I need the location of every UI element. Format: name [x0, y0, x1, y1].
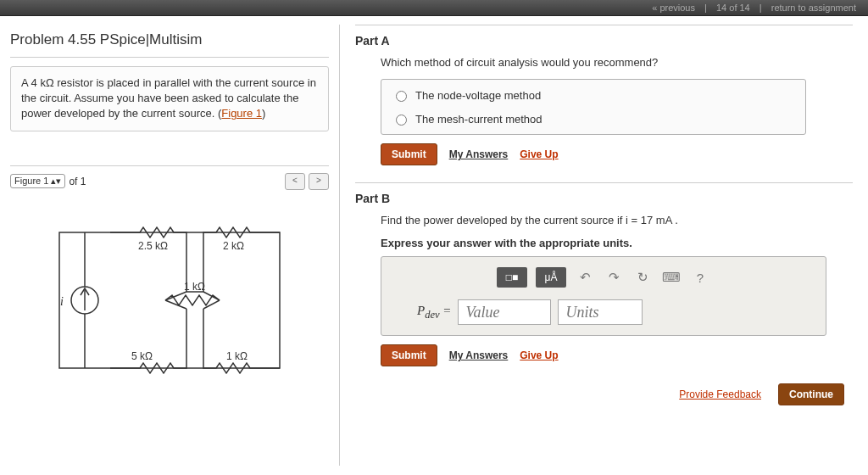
top-nav-bar: « previous | 14 of 14 | return to assign…: [0, 0, 868, 16]
svg-text:5 kΩ: 5 kΩ: [131, 350, 153, 362]
help-icon[interactable]: ?: [690, 267, 710, 288]
radio-node-voltage[interactable]: [396, 91, 407, 102]
redo-icon[interactable]: ↷: [604, 267, 624, 288]
undo-icon[interactable]: ↶: [575, 267, 595, 288]
give-up-link-a[interactable]: Give Up: [520, 148, 558, 160]
radio-mesh-current[interactable]: [396, 115, 407, 126]
part-b-question: Find the power developed by the current …: [355, 214, 853, 226]
part-a-title: Part A: [355, 34, 853, 48]
reset-icon[interactable]: ↻: [632, 267, 653, 288]
figure-next-button[interactable]: >: [309, 173, 329, 190]
problem-title: Problem 4.55 PSpice|Multisim: [10, 25, 329, 58]
svg-text:1 kΩ: 1 kΩ: [184, 281, 205, 293]
part-a-options: The node-voltage method The mesh-current…: [381, 79, 806, 135]
svg-text:2 kΩ: 2 kΩ: [223, 240, 244, 252]
svg-text:2.5 kΩ: 2.5 kΩ: [138, 240, 168, 252]
my-answers-link-a[interactable]: My Answers: [449, 148, 509, 160]
problem-statement: A 4 kΩ resistor is placed in parallel wi…: [10, 66, 329, 131]
previous-link[interactable]: « previous: [652, 3, 695, 13]
figure-link[interactable]: Figure 1: [221, 107, 262, 120]
part-b-instruction: Express your answer with the appropriate…: [381, 237, 853, 249]
option-node-voltage[interactable]: The node-voltage method: [381, 83, 805, 107]
svg-text:i: i: [60, 295, 64, 308]
answer-box: □■ μÅ ↶ ↷ ↻ ⌨ ? Pdev =: [381, 256, 826, 336]
units-tool[interactable]: μÅ: [536, 267, 566, 288]
figure-select[interactable]: Figure 1 ▴▾: [10, 174, 65, 188]
svg-line-7: [203, 292, 220, 300]
part-b-title: Part B: [355, 192, 853, 205]
part-a-question: Which method of circuit analysis would y…: [355, 56, 853, 69]
figure-prev-button[interactable]: <: [285, 173, 305, 190]
return-link[interactable]: return to assignment: [771, 3, 856, 13]
svg-text:1 kΩ: 1 kΩ: [226, 350, 248, 362]
continue-button[interactable]: Continue: [778, 383, 844, 405]
chevron-updown-icon: ▴▾: [51, 176, 61, 186]
circuit-diagram: i 2.5 kΩ 2 kΩ 1 kΩ 5 kΩ 1 kΩ: [38, 215, 301, 385]
units-input[interactable]: [558, 299, 643, 325]
variable-label: Pdev =: [417, 304, 451, 321]
option-mesh-current[interactable]: The mesh-current method: [381, 107, 805, 131]
provide-feedback-link[interactable]: Provide Feedback: [679, 388, 761, 400]
submit-button-a[interactable]: Submit: [381, 143, 437, 165]
give-up-link-b[interactable]: Give Up: [520, 349, 558, 361]
format-tool[interactable]: □■: [497, 267, 527, 288]
keyboard-icon[interactable]: ⌨: [661, 267, 682, 288]
figure-count: of 1: [69, 176, 86, 187]
my-answers-link-b[interactable]: My Answers: [449, 349, 509, 361]
page-counter: 14 of 14: [716, 3, 750, 13]
value-input[interactable]: [458, 299, 551, 325]
submit-button-b[interactable]: Submit: [381, 344, 437, 366]
